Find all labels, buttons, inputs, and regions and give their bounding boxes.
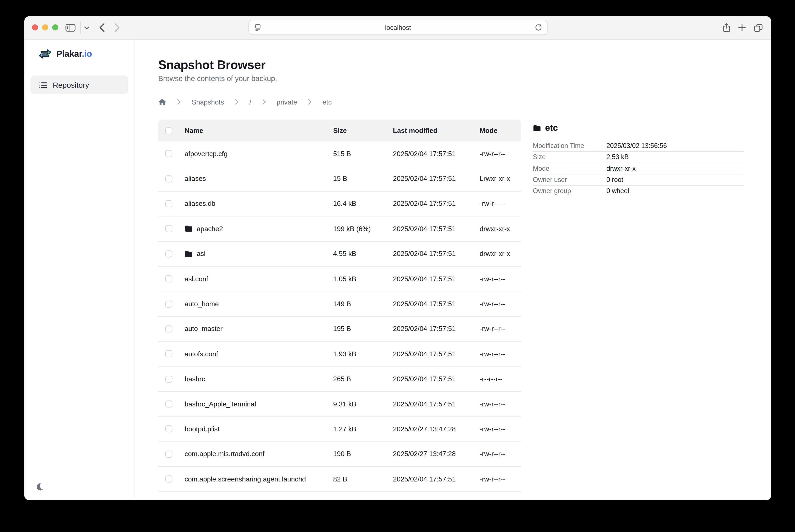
breadcrumb-link[interactable]: etc xyxy=(322,98,332,106)
new-tab-icon[interactable] xyxy=(738,23,746,32)
file-modified: 2025/02/04 17:57:51 xyxy=(393,225,480,232)
table-body: afpovertcp.cfg 515 B 2025/02/04 17:57:51… xyxy=(158,141,521,500)
table-row[interactable]: afpovertcp.cfg 515 B 2025/02/04 17:57:51… xyxy=(158,141,521,167)
file-modified: 2025/02/04 17:57:51 xyxy=(393,325,480,332)
back-icon[interactable] xyxy=(99,23,105,33)
row-checkbox[interactable] xyxy=(165,200,172,207)
forward-icon[interactable] xyxy=(114,23,120,33)
row-checkbox[interactable] xyxy=(165,425,172,433)
file-name-link[interactable]: autofs.conf xyxy=(185,350,218,358)
sidebar-item-repository[interactable]: Repository xyxy=(30,75,128,94)
column-header-modified[interactable]: Last modified xyxy=(393,127,480,134)
details-value: drwxr-xr-x xyxy=(606,165,636,172)
table-row[interactable]: aliases.db 16.4 kB 2025/02/04 17:57:51 -… xyxy=(158,191,521,216)
row-checkbox[interactable] xyxy=(165,175,172,182)
sidebar-item-label: Repository xyxy=(53,81,89,89)
table-row[interactable]: csh.cshrc 189 B 2025/02/04 17:57:51 -rw-… xyxy=(158,492,521,500)
list-icon xyxy=(39,81,47,88)
tabs-overview-icon[interactable] xyxy=(754,23,763,32)
row-checkbox[interactable] xyxy=(165,350,172,358)
details-title: etc xyxy=(545,122,558,133)
file-name-link[interactable]: aliases xyxy=(185,175,206,182)
breadcrumb-link[interactable]: private xyxy=(277,98,297,106)
column-header-mode[interactable]: Mode xyxy=(480,127,521,134)
chevron-down-icon[interactable] xyxy=(84,25,90,30)
row-checkbox[interactable] xyxy=(165,376,172,383)
table-row[interactable]: bashrc 265 B 2025/02/04 17:57:51 -r--r--… xyxy=(158,367,521,392)
zoom-window-button[interactable] xyxy=(52,24,58,30)
file-modified: 2025/02/04 17:57:51 xyxy=(393,375,480,383)
file-name-link[interactable]: bashrc_Apple_Terminal xyxy=(185,400,256,408)
row-checkbox[interactable] xyxy=(165,400,172,407)
table-row[interactable]: autofs.conf 1.93 kB 2025/02/04 17:57:51 … xyxy=(158,342,521,367)
file-name-link[interactable]: auto_master xyxy=(185,325,223,332)
row-checkbox[interactable] xyxy=(165,476,172,483)
table-row[interactable]: bootpd.plist 1.27 kB 2025/02/27 13:47:28… xyxy=(158,417,521,442)
file-name-link[interactable]: apache2 xyxy=(197,225,223,232)
minimize-window-button[interactable] xyxy=(42,24,48,30)
close-window-button[interactable] xyxy=(32,24,38,30)
file-size: 190 B xyxy=(333,450,393,458)
file-mode: -rw-r--r-- xyxy=(480,350,521,358)
row-checkbox[interactable] xyxy=(165,225,172,232)
file-name-link[interactable]: com.apple.mis.rtadvd.conf xyxy=(185,450,264,458)
table-row[interactable]: com.apple.screensharing.agent.launchd 82… xyxy=(158,467,521,492)
file-name-link[interactable]: bashrc xyxy=(185,375,205,383)
breadcrumb-link[interactable]: Snapshots xyxy=(192,98,224,106)
file-size: 1.93 kB xyxy=(333,350,393,358)
folder-icon xyxy=(185,225,193,232)
address-bar[interactable]: localhost xyxy=(248,20,548,35)
breadcrumb: Snapshots / xyxy=(158,97,771,107)
breadcrumb-segment: private xyxy=(251,98,297,106)
file-name-link[interactable]: auto_home xyxy=(185,300,219,308)
table-row[interactable]: bashrc_Apple_Terminal 9.31 kB 2025/02/04… xyxy=(158,392,521,417)
table-row[interactable]: com.apple.mis.rtadvd.conf 190 B 2025/02/… xyxy=(158,442,521,467)
column-header-name[interactable]: Name xyxy=(185,127,333,134)
row-checkbox[interactable] xyxy=(165,325,172,332)
details-label: Owner user xyxy=(533,176,606,184)
row-checkbox[interactable] xyxy=(165,275,172,282)
table-row[interactable]: auto_home 149 B 2025/02/04 17:57:51 -rw-… xyxy=(158,291,521,317)
table-row[interactable]: apache2 199 kB (6%) 2025/02/04 17:57:51 … xyxy=(158,216,521,242)
file-modified: 2025/02/04 17:57:51 xyxy=(393,475,480,483)
table-row[interactable]: asl 4.55 kB 2025/02/04 17:57:51 drwxr-xr… xyxy=(158,242,521,266)
plakar-logo[interactable]: Plakar.io xyxy=(37,48,92,60)
row-checkbox[interactable] xyxy=(165,250,172,258)
details-label: Owner group xyxy=(533,187,606,195)
file-name-link[interactable]: afpovertcp.cfg xyxy=(185,150,228,157)
browser-toolbar: localhost xyxy=(24,16,771,39)
page-icon[interactable] xyxy=(254,24,261,31)
file-size: 1.27 kB xyxy=(333,425,393,433)
breadcrumb-link[interactable]: / xyxy=(249,98,251,106)
file-name-link[interactable]: aliases.db xyxy=(185,200,215,208)
browser-window: localhost xyxy=(24,16,771,500)
file-name-link[interactable]: bootpd.plist xyxy=(185,425,220,433)
folder-icon xyxy=(185,250,193,258)
share-icon[interactable] xyxy=(722,23,731,33)
moon-icon[interactable] xyxy=(35,482,44,491)
column-header-size[interactable]: Size xyxy=(333,127,393,134)
sidebar-toggle-icon[interactable] xyxy=(65,23,76,32)
traffic-lights xyxy=(32,24,58,30)
breadcrumb-segment: Snapshots xyxy=(166,98,224,106)
file-name-link[interactable]: asl xyxy=(197,250,206,258)
brand-text: Plakar.io xyxy=(56,49,92,59)
table-row[interactable]: aliases 15 B 2025/02/04 17:57:51 Lrwxr-x… xyxy=(158,167,521,191)
table-row[interactable]: auto_master 195 B 2025/02/04 17:57:51 -r… xyxy=(158,317,521,342)
file-name-link[interactable]: com.apple.screensharing.agent.launchd xyxy=(185,475,306,483)
table-row[interactable]: asl.conf 1.05 kB 2025/02/04 17:57:51 -rw… xyxy=(158,267,521,291)
select-all-checkbox[interactable] xyxy=(165,127,172,134)
row-checkbox[interactable] xyxy=(165,451,172,458)
chevron-right-icon xyxy=(262,99,266,105)
file-modified: 2025/02/04 17:57:51 xyxy=(393,350,480,358)
file-size: 515 B xyxy=(333,150,393,157)
row-checkbox[interactable] xyxy=(165,300,172,307)
details-label: Size xyxy=(533,153,606,161)
file-name-link[interactable]: asl.conf xyxy=(185,275,208,283)
home-icon[interactable] xyxy=(158,98,166,106)
details-row: Size 2.53 kB xyxy=(533,152,744,163)
details-label: Mode xyxy=(533,165,606,172)
reload-icon[interactable] xyxy=(535,24,542,31)
row-checkbox[interactable] xyxy=(165,150,172,157)
chevron-right-icon xyxy=(177,99,181,105)
